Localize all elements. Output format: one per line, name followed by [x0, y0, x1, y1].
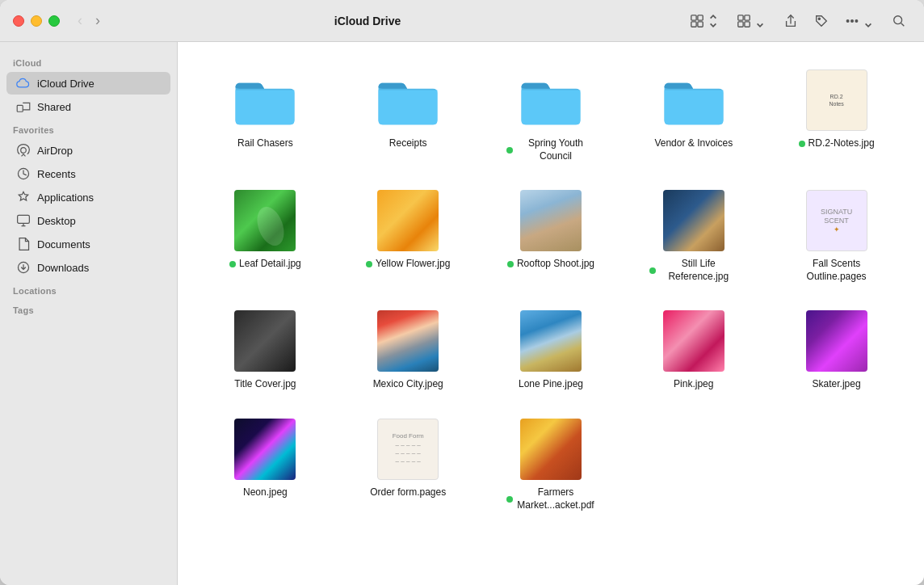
share-button[interactable]	[779, 11, 803, 32]
folder-thumb	[662, 68, 726, 133]
recents-icon	[16, 166, 31, 181]
folder-thumb	[233, 68, 297, 133]
sidebar-item-documents[interactable]: Documents	[6, 233, 170, 255]
folder-icon	[519, 72, 583, 128]
list-item[interactable]: Yellow Flower.jpg	[340, 182, 477, 289]
file-name: Rooftop Shoot.jpg	[507, 258, 594, 271]
thumbnail	[234, 310, 296, 372]
list-item[interactable]: Spring Youth Council	[483, 61, 620, 169]
list-item[interactable]: Farmers Market...acket.pdf	[483, 410, 620, 518]
sidebar-item-recents[interactable]: Recents	[6, 162, 170, 185]
list-item[interactable]: Lone Pine.jpeg	[483, 302, 620, 398]
sidebar-item-desktop[interactable]: Desktop	[6, 209, 170, 232]
thumbnail	[520, 310, 582, 372]
sidebar-item-downloads[interactable]: Downloads	[6, 256, 170, 279]
more-button[interactable]	[840, 11, 880, 32]
sidebar-desktop-label: Desktop	[37, 215, 76, 227]
sidebar: iCloud iCloud Drive Shared	[0, 42, 178, 585]
svg-rect-5	[745, 15, 750, 19]
pdf-thumb	[519, 417, 583, 482]
thumbnail	[520, 190, 582, 251]
tag-button[interactable]	[809, 11, 834, 32]
list-item[interactable]: Food Form– – – – –– – – – –– – – – – Ord…	[340, 410, 477, 518]
thumbnail: SIGNATUSCENT✦	[806, 190, 867, 251]
sidebar-icloud-drive-label: iCloud Drive	[37, 78, 94, 90]
file-name: Fall Scents Outline.pages	[792, 258, 881, 283]
file-name: Spring Youth Council	[506, 137, 595, 162]
svg-rect-7	[745, 21, 750, 26]
file-name: Order form.pages	[370, 486, 446, 499]
airdrop-icon	[16, 143, 31, 158]
sync-dot	[229, 261, 236, 267]
sidebar-item-shared[interactable]: Shared	[6, 95, 170, 118]
sort-button[interactable]	[732, 11, 772, 32]
thumbnail: RD.2Notes	[806, 69, 867, 131]
search-button[interactable]	[887, 11, 911, 32]
file-name: Yellow Flower.jpg	[366, 258, 450, 271]
list-item[interactable]: SIGNATUSCENT✦ Fall Scents Outline.pages	[768, 182, 905, 289]
list-item[interactable]: Title Cover.jpg	[197, 302, 334, 398]
thumbnail	[806, 310, 867, 372]
list-item[interactable]: Mexico City.jpeg	[340, 302, 477, 398]
file-name: Mexico City.jpeg	[373, 378, 443, 391]
sidebar-applications-label: Applications	[37, 191, 94, 204]
grid-view-button[interactable]	[685, 11, 725, 32]
file-name: RD.2-Notes.jpg	[799, 137, 875, 150]
svg-rect-4	[738, 15, 743, 19]
sidebar-icloud-label: iCloud	[0, 52, 177, 71]
image-thumb	[233, 188, 297, 253]
sidebar-airdrop-label: AirDrop	[37, 145, 73, 157]
list-item[interactable]: Rooftop Shoot.jpg	[483, 182, 620, 289]
minimize-button[interactable]	[31, 15, 42, 27]
sync-dot	[506, 147, 513, 154]
list-item[interactable]: Leaf Detail.jpg	[197, 182, 334, 289]
list-item[interactable]: Skater.jpeg	[768, 302, 905, 398]
close-button[interactable]	[13, 15, 24, 27]
more-chevron-icon	[861, 14, 876, 28]
image-thumb	[376, 309, 440, 373]
list-item[interactable]: RD.2Notes RD.2-Notes.jpg	[768, 61, 905, 169]
finder-window: ‹ › iCloud Drive	[0, 0, 924, 585]
sidebar-item-icloud-drive[interactable]: iCloud Drive	[6, 72, 170, 95]
file-name: Title Cover.jpg	[234, 378, 296, 391]
sync-dot	[506, 496, 513, 503]
pages-thumb: SIGNATUSCENT✦	[804, 188, 869, 253]
downloads-icon	[16, 260, 31, 275]
grid-icon	[690, 14, 704, 28]
svg-point-9	[846, 19, 849, 22]
image-thumb	[662, 309, 726, 373]
file-name: Rail Chasers	[237, 137, 293, 150]
documents-icon	[16, 237, 31, 251]
list-item[interactable]: Vendor & Invoices	[625, 61, 762, 169]
sync-dot	[649, 267, 656, 274]
sort-chevron-icon	[753, 14, 767, 28]
svg-point-14	[21, 148, 27, 154]
sidebar-locations-label: Locations	[0, 280, 177, 299]
sidebar-documents-label: Documents	[37, 238, 90, 250]
svg-rect-13	[17, 105, 23, 112]
file-name: Still Life Reference.jpg	[649, 258, 738, 283]
thumbnail	[377, 310, 439, 372]
list-item[interactable]: Neon.jpeg	[197, 410, 334, 518]
list-item[interactable]: Still Life Reference.jpg	[625, 182, 762, 289]
image-thumb	[519, 309, 583, 373]
image-thumb	[233, 417, 297, 482]
sidebar-recents-label: Recents	[37, 168, 76, 180]
sidebar-tags-label: Tags	[0, 299, 177, 318]
list-item[interactable]: Rail Chasers	[197, 61, 334, 169]
file-name: Skater.jpeg	[813, 378, 861, 391]
list-item[interactable]: Receipts	[340, 61, 477, 169]
sidebar-item-airdrop[interactable]: AirDrop	[6, 139, 170, 162]
file-name: Receipts	[389, 137, 427, 150]
image-thumb	[233, 309, 297, 373]
chevron-up-down-icon	[706, 14, 720, 28]
thumbnail	[663, 310, 724, 372]
list-item[interactable]: Pink.jpeg	[625, 302, 762, 398]
file-name: Neon.jpeg	[243, 486, 288, 499]
file-name: Lone Pine.jpeg	[519, 378, 583, 391]
svg-rect-1	[698, 15, 703, 19]
svg-rect-6	[738, 21, 743, 26]
image-thumb	[662, 188, 726, 253]
sidebar-item-applications[interactable]: Applications	[6, 186, 170, 208]
sidebar-shared-label: Shared	[37, 101, 71, 113]
